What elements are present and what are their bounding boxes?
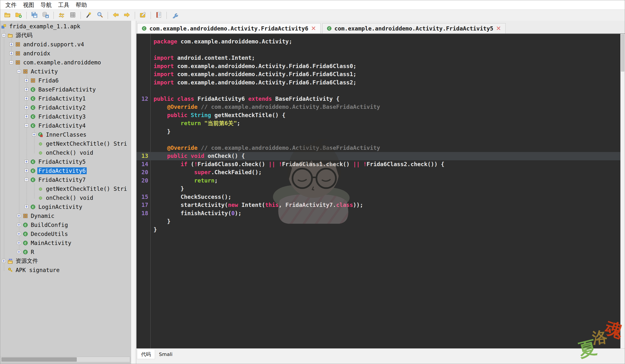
tree-vertical-scrollbar[interactable] xyxy=(131,21,135,364)
nav-back-button[interactable] xyxy=(110,11,121,20)
key-icon xyxy=(8,267,13,273)
line-number xyxy=(136,62,148,71)
tree-item-oncheck-void[interactable]: onCheck() void xyxy=(0,148,131,157)
token-pln: Frida6Class0.check() xyxy=(197,161,269,167)
tree-item-dynamic[interactable]: Dynamic xyxy=(0,211,131,220)
svg-text:C: C xyxy=(24,223,26,227)
tree-item-android-support-v4[interactable]: android.support.v4 xyxy=(0,40,131,49)
tree-item-buildconfig[interactable]: CBuildConfig xyxy=(0,220,131,229)
editor-tab-1[interactable]: Ccom.example.androiddemo.Activity.FridaA… xyxy=(322,23,506,33)
preferences-wrench-icon xyxy=(171,11,178,19)
token-pln xyxy=(154,153,167,159)
tree-item-fridaactivity2[interactable]: CFridaActivity2 xyxy=(0,103,131,112)
text-search-button[interactable] xyxy=(94,11,105,20)
editor-tab-bar: Ccom.example.androiddemo.Activity.FridaA… xyxy=(136,21,625,34)
export-code-button[interactable] xyxy=(40,11,51,20)
tree-guide-line xyxy=(27,75,27,208)
tree-item-fridaactivity4[interactable]: CFridaActivity4 xyxy=(0,121,131,130)
nav-back-icon xyxy=(112,11,119,19)
token-kw: || xyxy=(269,161,275,167)
tree-item-label: BaseFridaActivity xyxy=(37,86,97,93)
tree-item-decodeutils[interactable]: CDecodeUtils xyxy=(0,229,131,238)
method-icon xyxy=(38,186,43,192)
close-tab-icon[interactable]: ✕ xyxy=(311,26,316,31)
close-tab-icon[interactable]: ✕ xyxy=(496,26,501,31)
tree-item-apk-signature[interactable]: APK signature xyxy=(0,265,131,275)
tree-item-label: FridaActivity2 xyxy=(37,104,87,111)
tree-item-源代码[interactable]: 源代码 xyxy=(0,31,131,40)
class-icon: C xyxy=(30,114,36,119)
package-icon xyxy=(15,42,21,47)
text-search-icon xyxy=(96,11,103,19)
svg-text:C: C xyxy=(143,27,145,30)
token-com: // com.example.androiddemo.Activity.Base… xyxy=(197,104,380,110)
tree-item-innerclasses[interactable]: CInnerClasses xyxy=(0,130,131,139)
preferences-wrench-button[interactable] xyxy=(169,11,180,20)
token-pln: FridaActivity6 xyxy=(194,96,248,102)
code-line: return "当前第6关"; xyxy=(136,119,621,128)
token-pln: } xyxy=(154,128,170,135)
tree-item-资源文件[interactable]: 010资源文件 xyxy=(0,256,131,265)
menu-item-view[interactable]: 视图 xyxy=(20,0,37,9)
menu-item-file[interactable]: 文件 xyxy=(2,0,20,9)
tree-item-activity[interactable]: Activity xyxy=(0,67,131,76)
code-text: } xyxy=(148,185,184,193)
package-icon xyxy=(30,78,36,83)
method-icon xyxy=(38,150,43,155)
save-all-button[interactable] xyxy=(29,11,40,20)
menu-item-help[interactable]: 帮助 xyxy=(72,0,90,9)
tab-label: com.example.androiddemo.Activity.FridaAc… xyxy=(149,25,308,32)
tree-horizontal-scrollbar[interactable] xyxy=(1,357,130,362)
tree-item-fridaactivity7[interactable]: CFridaActivity7 xyxy=(0,175,131,184)
bottom-tab-smali[interactable]: Smali xyxy=(155,350,177,359)
editor-bottom-tab-bar: 代码Smali xyxy=(136,348,625,364)
tree-item-loginactivity[interactable]: CLoginActivity xyxy=(0,202,131,211)
svg-text:C: C xyxy=(32,178,34,182)
tree-item-getnextchecktitle-stri[interactable]: getNextCheckTitle() Stri xyxy=(0,184,131,193)
tree-item-label: BuildConfig xyxy=(30,222,69,228)
token-typ: String xyxy=(191,112,211,118)
code-editor[interactable]: package com.example.androiddemo.Activity… xyxy=(136,34,625,348)
code-text: @Override // com.example.androiddemo.Act… xyxy=(148,144,380,152)
tree-item-oncheck-void[interactable]: onCheck() void xyxy=(0,193,131,202)
line-number xyxy=(136,136,148,144)
token-pln: , FridaActivity7. xyxy=(279,202,336,208)
scrollbar-thumb[interactable] xyxy=(621,34,624,71)
tree-item-fridaactivity5[interactable]: CFridaActivity5 xyxy=(0,157,131,166)
editor-tab-0[interactable]: Ccom.example.androiddemo.Activity.FridaA… xyxy=(137,23,320,33)
tree-item-frida-example-1-1-apk[interactable]: frida_example_1.1.apk xyxy=(0,22,131,31)
tree-item-mainactivity[interactable]: CMainActivity xyxy=(0,238,131,247)
open-file-button[interactable] xyxy=(2,11,13,20)
token-pln xyxy=(201,120,204,126)
tree-item-frida6[interactable]: Frida6 xyxy=(0,76,131,85)
bottom-tab-code[interactable]: 代码 xyxy=(137,350,155,359)
view-grid-button[interactable] xyxy=(67,11,78,20)
add-files-button[interactable] xyxy=(13,11,24,20)
tree-item-label: com.example.androiddemo xyxy=(22,59,102,66)
tree-item-label: InnerClasses xyxy=(45,131,87,138)
log-viewer-button[interactable] xyxy=(153,11,164,20)
scrollbar-thumb[interactable] xyxy=(1,357,77,362)
line-number xyxy=(136,79,148,87)
menu-item-navigation[interactable]: 导航 xyxy=(37,0,55,9)
rename-lock-button[interactable] xyxy=(137,11,148,20)
tree-item-androidx[interactable]: androidx xyxy=(0,49,131,58)
tree-item-basefridaactivity[interactable]: CBaseFridaActivity xyxy=(0,85,131,94)
tree-item-label: android.support.v4 xyxy=(22,41,85,48)
menu-item-tools[interactable]: 工具 xyxy=(55,0,72,9)
reload-files-button[interactable] xyxy=(56,11,67,20)
tree-item-fridaactivity6[interactable]: CFridaActivity6 xyxy=(0,166,131,175)
tree-item-getnextchecktitle-stri[interactable]: getNextCheckTitle() Stri xyxy=(0,139,131,148)
code-text: public void onCheck() { xyxy=(148,152,245,160)
tree-item-fridaactivity3[interactable]: CFridaActivity3 xyxy=(0,112,131,121)
tree-item-com-example-androiddemo[interactable]: com.example.androiddemo xyxy=(0,58,131,67)
tree-item-r[interactable]: CR xyxy=(0,247,131,256)
tree-item-fridaactivity1[interactable]: CFridaActivity1 xyxy=(0,94,131,103)
tree-item-label: FridaActivity7 xyxy=(37,176,87,183)
tree-item-label: FridaActivity6 xyxy=(37,167,87,174)
editor-vertical-scrollbar[interactable] xyxy=(620,34,625,348)
nav-forward-button[interactable] xyxy=(121,11,133,20)
token-pln: com.example.androiddemo.Activity; xyxy=(177,38,292,45)
deobfuscation-wand-button[interactable] xyxy=(83,11,94,20)
token-pln: com.example.androiddemo.Activity.Frida6.… xyxy=(174,71,356,77)
